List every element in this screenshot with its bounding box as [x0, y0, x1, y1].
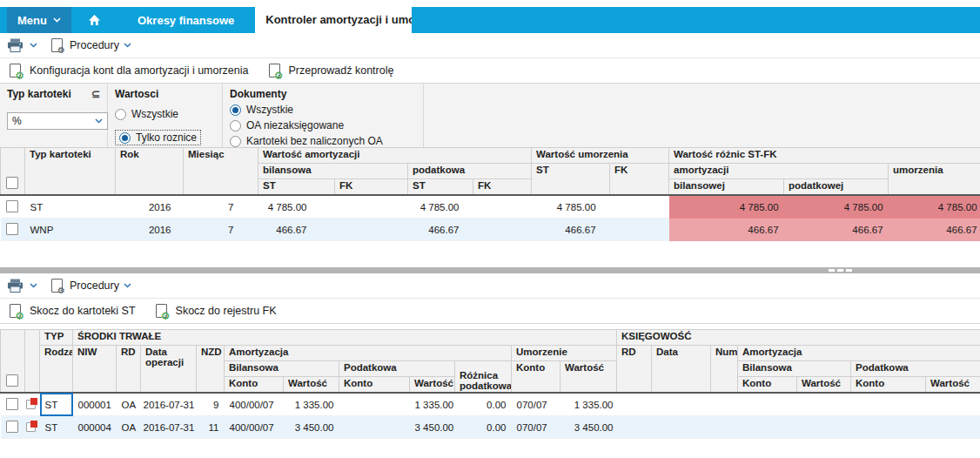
cell-niw[interactable]: 000004 — [73, 416, 117, 439]
filter-strip-filler — [424, 84, 980, 147]
cell-am-pod-fk[interactable] — [473, 195, 532, 219]
cell-k-pod-wartosc[interactable] — [926, 393, 980, 416]
select-all-checkbox[interactable] — [6, 177, 18, 189]
cell-rd[interactable]: OA — [117, 393, 141, 416]
cell-rok[interactable]: 2016 — [116, 219, 184, 241]
cell-am-pod-konto[interactable] — [339, 416, 410, 439]
cell-rodzaj[interactable]: ST — [40, 416, 73, 439]
panel2-toolbar: ⚙ Procedury — [0, 273, 980, 299]
cell-um-konto[interactable]: 070/07 — [512, 416, 560, 439]
cell-am-pod-konto[interactable] — [339, 393, 410, 416]
cell-um-fk[interactable] — [610, 195, 669, 219]
cell-am-bil-wartosc[interactable]: 3 450.00 — [284, 416, 339, 439]
cell-um-st[interactable]: 4 785.00 — [532, 195, 610, 219]
radio-oa-niezaksiegowane[interactable]: OA niezaksięgowane — [230, 119, 416, 131]
radio-tylko-roznice[interactable]: Tylko roznice — [115, 130, 215, 145]
row-checkbox[interactable] — [6, 223, 18, 235]
cell-am-pod-wartosc[interactable]: 1 335.00 — [410, 393, 455, 416]
cell-k-numer[interactable] — [711, 416, 738, 439]
cell-roznica-podatkowej[interactable]: 4 785.00 — [784, 195, 889, 219]
cell-um-wartosc[interactable]: 1 335.00 — [560, 393, 617, 416]
select-all-checkbox[interactable] — [6, 374, 18, 387]
cell-miesiac[interactable]: 7 — [184, 195, 258, 219]
cell-am-bil-fk[interactable] — [335, 195, 408, 219]
details-grid: TYP ŚRODKI TRWAŁE KSIĘGOWOŚĆ Rodzaj NIW … — [0, 329, 980, 439]
row-checkbox[interactable] — [6, 200, 18, 212]
cell-k-numer[interactable] — [711, 393, 738, 416]
cell-roznica-podatkowej[interactable]: 466.67 — [784, 219, 889, 241]
typ-kartoteki-select[interactable]: % — [7, 112, 108, 130]
cell-am-bil-fk[interactable] — [335, 219, 408, 241]
cell-miesiac[interactable]: 7 — [184, 219, 258, 241]
print-dropdown-chevron[interactable] — [30, 43, 37, 48]
skocz-do-rejestru-fk-button[interactable]: ⚙ Skocz do rejestru FK — [151, 302, 280, 320]
cell-k-bil-wartosc[interactable] — [797, 393, 851, 416]
print-button[interactable] — [7, 279, 23, 293]
tab-kontroler-amortyzacji[interactable]: Kontroler amortyzacji i umorzenia — [255, 7, 412, 33]
row-checkbox[interactable] — [6, 398, 18, 410]
radio-kartoteki-bez-oa[interactable]: Kartoteki bez naliczonych OA — [230, 135, 416, 147]
col-umorzenie-fk: FK — [610, 164, 669, 196]
cell-k-pod-wartosc[interactable] — [926, 416, 980, 439]
group-bilansowa: bilansowa — [258, 164, 408, 179]
cell-um-konto[interactable]: 070/07 — [512, 393, 560, 416]
filter-operator-icon[interactable]: ⊆ — [91, 88, 100, 100]
cell-roznica-umorzenia[interactable]: 466.67 — [889, 219, 980, 241]
cell-am-bil-wartosc[interactable]: 1 335.00 — [284, 393, 339, 416]
cell-k-bil-wartosc[interactable] — [797, 416, 851, 439]
cell-um-st[interactable]: 466.67 — [532, 219, 610, 241]
cell-typ[interactable]: WNP — [25, 219, 116, 241]
tab-okresy-finansowe[interactable]: Okresy finansowe — [117, 7, 255, 33]
print-dropdown-chevron[interactable] — [30, 283, 37, 288]
cell-rd[interactable]: OA — [117, 416, 141, 439]
cell-rok[interactable]: 2016 — [116, 195, 184, 219]
cell-am-pod-st[interactable]: 4 785.00 — [408, 195, 473, 219]
cell-am-pod-st[interactable]: 466.67 — [408, 219, 473, 241]
cell-am-bil-st[interactable]: 466.67 — [258, 219, 335, 241]
przeprowadz-kontrole-button[interactable]: ⚙ Przeprowadź kontrolę — [265, 62, 398, 80]
cell-roznica-bilansowej[interactable]: 466.67 — [669, 219, 784, 241]
skocz-do-kartoteki-st-button[interactable]: ⚙ Skocz do kartoteki ST — [5, 302, 139, 320]
cell-am-bil-st[interactable]: 4 785.00 — [258, 195, 335, 219]
col-data-operacji: Data operacji — [141, 346, 197, 394]
procedures-icon: ⚙ — [50, 279, 65, 293]
radio-wszystkie-wartosci[interactable]: Wszystkie — [115, 108, 215, 120]
procedury-dropdown-button[interactable]: ⚙ Procedury — [50, 38, 131, 53]
cell-k-rd[interactable] — [617, 416, 652, 439]
radio-wszystkie-dokumenty[interactable]: Wszystkie — [230, 104, 416, 116]
panel-splitter[interactable] — [0, 267, 980, 273]
cell-k-bil-konto[interactable] — [738, 393, 797, 416]
cell-niw[interactable]: 000001 — [73, 393, 117, 416]
cell-nzd[interactable]: 11 — [197, 416, 225, 439]
row-checkbox[interactable] — [6, 421, 18, 433]
cell-k-bil-konto[interactable] — [738, 416, 797, 439]
cell-am-bil-konto[interactable]: 400/00/07 — [225, 416, 284, 439]
procedury-dropdown-button[interactable]: ⚙ Procedury — [50, 279, 131, 293]
cell-k-pod-konto[interactable] — [851, 393, 926, 416]
konfiguracja-kont-button[interactable]: ⚙ Konfiguracja kont dla amortyzacji i um… — [5, 62, 252, 80]
menu-button[interactable]: Menu — [7, 7, 71, 33]
cell-rodzaj[interactable]: ST — [40, 393, 73, 416]
cell-nzd[interactable]: 9 — [197, 393, 225, 416]
col-roznic-podatkowej: podatkowej — [784, 179, 889, 196]
cell-am-bil-konto[interactable]: 400/00/07 — [225, 393, 284, 416]
home-tab[interactable] — [71, 7, 117, 33]
cell-am-pod-wartosc[interactable]: 3 450.00 — [410, 416, 455, 439]
cell-k-rd[interactable] — [617, 393, 652, 416]
cell-k-data[interactable] — [652, 416, 711, 439]
cell-typ[interactable]: ST — [25, 195, 116, 219]
cell-um-wartosc[interactable]: 3 450.00 — [560, 416, 617, 439]
cell-data-operacji[interactable]: 2016-07-31 — [141, 393, 197, 416]
cell-roznica-podatkowa[interactable]: 0.00 — [455, 393, 512, 416]
cell-data-operacji[interactable]: 2016-07-31 — [141, 416, 197, 439]
col-k-bil-konto: Konto — [738, 377, 797, 394]
cell-roznica-podatkowa[interactable]: 0.00 — [455, 416, 512, 439]
cell-k-pod-konto[interactable] — [851, 416, 926, 439]
print-button[interactable] — [7, 38, 23, 52]
col-pod-konto: Konto — [339, 377, 410, 394]
cell-am-pod-fk[interactable] — [473, 219, 532, 241]
cell-k-data[interactable] — [652, 393, 711, 416]
cell-um-fk[interactable] — [610, 219, 669, 241]
cell-roznica-bilansowej[interactable]: 4 785.00 — [669, 195, 784, 219]
cell-roznica-umorzenia[interactable]: 4 785.00 — [889, 195, 980, 219]
